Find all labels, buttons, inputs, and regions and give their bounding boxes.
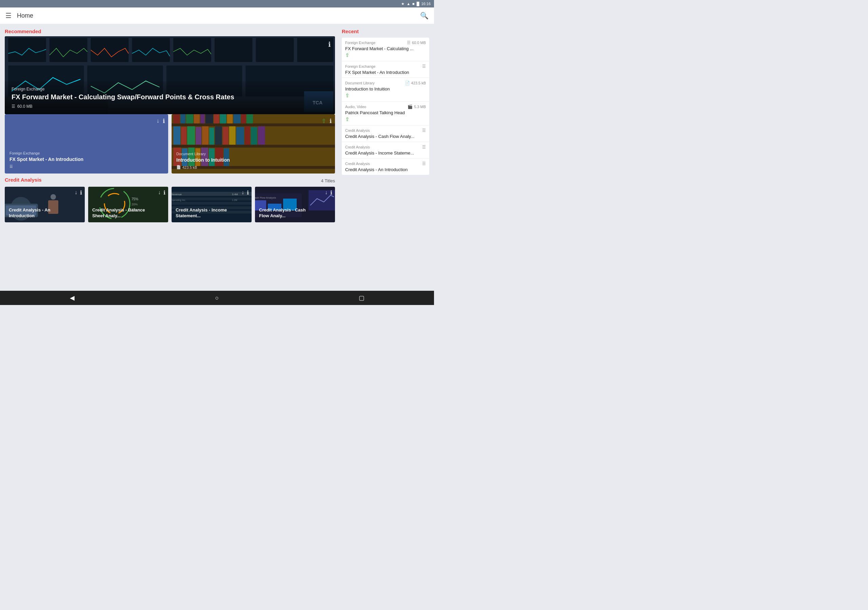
credit-card-income[interactable]: Revenue 3.4M Operating Inc. 1.2M ↓ ℹ Cre…	[172, 187, 251, 222]
hamburger-menu-icon[interactable]: ☰	[5, 11, 11, 20]
recent-item-2-download-icon: ⇧	[345, 93, 350, 98]
recent-item-3-category: Audio, Video	[345, 105, 366, 109]
recent-item-0-category: Foreign Exchange	[345, 41, 375, 45]
credit-balance-download-icon[interactable]: ↓	[158, 189, 161, 196]
credit-card-cashflow[interactable]: Cash Flow Analysis ↓ ℹ Credit Analysis -…	[255, 187, 335, 222]
recent-item-5-title: Credit Analysis - Income Stateme...	[345, 150, 426, 156]
back-button[interactable]: ◀	[65, 291, 79, 305]
svg-rect-69	[172, 202, 251, 205]
featured-card-size: 60.0 MB	[17, 104, 33, 109]
credit-balance-info-icon[interactable]: ℹ	[163, 189, 166, 196]
main-content: Recommended	[0, 24, 434, 291]
small-cards-row: ↓ ℹ Foreign Exchange FX Spot Market - An…	[5, 114, 335, 173]
right-panel: Recent Foreign Exchange ☰ 60.0 MB FX For…	[339, 24, 434, 291]
credit-intro-info-icon[interactable]: ℹ	[80, 189, 82, 196]
recent-apps-button[interactable]: ▢	[355, 291, 369, 305]
credit-card-intro[interactable]: ↓ ℹ Credit Analysis - AnIntroduction	[5, 187, 85, 222]
recent-item-1-meta: ☰	[422, 64, 426, 69]
recent-item-3[interactable]: Audio, Video 🎬 5.3 MB Patrick Pancoast T…	[342, 102, 429, 125]
recommended-title: Recommended	[5, 28, 335, 34]
svg-rect-5	[173, 38, 211, 62]
recent-item-1-title: FX Spot Market - An Introduction	[345, 70, 426, 75]
recent-item-1-meta-icon: ☰	[422, 64, 426, 69]
recent-item-3-header: Audio, Video 🎬 5.3 MB	[345, 104, 426, 109]
credit-card-balance[interactable]: 75% 20% 5% ↓ ℹ Credit Analysis - Balance…	[88, 187, 168, 222]
featured-card[interactable]: TCA ℹ Foreign Exchange FX Forward Market…	[5, 36, 335, 114]
credit-card-income-actions: ↓ ℹ	[242, 189, 249, 196]
credit-card-balance-actions: ↓ ℹ	[158, 189, 166, 196]
fx-spot-card-category: Foreign Exchange	[9, 151, 163, 155]
recent-item-6-category: Credit Analysis	[345, 162, 370, 166]
left-panel: Recommended	[0, 24, 339, 291]
intuition-card-category: Document Library	[176, 152, 330, 156]
recent-item-5-meta: ☰	[422, 145, 426, 149]
recent-item-5-meta-icon: ☰	[422, 145, 426, 149]
time-display: 16:16	[421, 2, 431, 6]
recent-item-5[interactable]: Credit Analysis ☰ Credit Analysis - Inco…	[342, 142, 429, 159]
recent-item-6[interactable]: Credit Analysis ☰ Credit Analysis - An I…	[342, 159, 429, 175]
svg-text:1.2M: 1.2M	[232, 199, 237, 201]
fx-spot-download-icon[interactable]: ↓	[157, 118, 160, 125]
recent-item-6-header: Credit Analysis ☰	[345, 161, 426, 166]
home-button[interactable]: ○	[210, 291, 224, 305]
fx-spot-card-content: Foreign Exchange FX Spot Market - An Int…	[5, 147, 168, 173]
intuition-card-status-icon[interactable]: ⇧	[321, 118, 326, 125]
featured-card-overlay: Foreign Exchange FX Forward Market - Cal…	[5, 81, 335, 114]
fx-spot-info-icon[interactable]: ℹ	[163, 118, 165, 125]
credit-cashflow-info-icon[interactable]: ℹ	[330, 189, 332, 196]
nav-title: Home	[17, 12, 415, 19]
recent-item-3-size: 5.3 MB	[414, 105, 426, 109]
credit-income-download-icon[interactable]: ↓	[242, 189, 244, 196]
credit-analysis-title: Credit Analysis	[5, 177, 42, 183]
featured-card-meta-icon: ☰	[11, 104, 15, 109]
svg-text:Operating Inc.: Operating Inc.	[172, 199, 186, 202]
wifi-icon: ▲	[406, 2, 410, 6]
recent-item-3-status: ⇧	[345, 116, 426, 122]
recent-item-1-category: Foreign Exchange	[345, 64, 375, 68]
titles-count: 4 Titles	[321, 178, 335, 183]
featured-card-meta: ☰ 60.0 MB	[11, 104, 328, 109]
search-button[interactable]: 🔍	[420, 11, 429, 20]
recent-item-1[interactable]: Foreign Exchange ☰ FX Spot Market - An I…	[342, 61, 429, 78]
bottom-nav: ◀ ○ ▢	[0, 291, 434, 305]
credit-income-info-icon[interactable]: ℹ	[247, 189, 249, 196]
recent-item-4[interactable]: Credit Analysis ☰ Credit Analysis - Cash…	[342, 125, 429, 142]
recent-item-0-status: ⇧	[345, 52, 426, 58]
recent-item-2-meta: 📄 423.5 kB	[405, 81, 426, 85]
fx-spot-card-actions: ↓ ℹ	[157, 118, 165, 125]
recent-item-2-size: 423.5 kB	[411, 81, 426, 85]
fx-spot-card[interactable]: ↓ ℹ Foreign Exchange FX Spot Market - An…	[5, 114, 168, 173]
recent-item-2-category: Document Library	[345, 81, 375, 85]
recommended-section: Recommended	[5, 28, 335, 173]
intuition-card-content: Document Library Introduction to Intuiti…	[172, 148, 335, 173]
credit-cashflow-download-icon[interactable]: ↓	[325, 189, 327, 196]
recent-item-4-header: Credit Analysis ☰	[345, 128, 426, 133]
recent-item-2-status: ⇧	[345, 93, 426, 99]
intuition-card-actions: ⇧ ℹ	[321, 118, 332, 125]
credit-intro-download-icon[interactable]: ↓	[74, 189, 77, 196]
svg-text:20%: 20%	[132, 203, 138, 206]
svg-rect-67	[172, 192, 251, 196]
recent-item-0-header: Foreign Exchange ☰ 60.0 MB	[345, 40, 426, 45]
recent-item-5-category: Credit Analysis	[345, 145, 370, 149]
recent-item-4-meta-icon: ☰	[422, 128, 426, 133]
recent-item-6-meta: ☰	[422, 161, 426, 166]
credit-intro-title: Credit Analysis - AnIntroduction	[9, 207, 81, 219]
svg-rect-3	[91, 38, 129, 62]
recent-item-0-size: 60.0 MB	[412, 41, 426, 45]
intuition-card-info-icon[interactable]: ℹ	[330, 118, 332, 125]
recent-item-1-header: Foreign Exchange ☰	[345, 64, 426, 69]
intuition-card[interactable]: ⇧ ℹ Document Library Introduction to Int…	[172, 114, 335, 173]
recent-item-2[interactable]: Document Library 📄 423.5 kB Introduction…	[342, 78, 429, 102]
recent-item-0-meta: ☰ 60.0 MB	[407, 40, 426, 45]
svg-text:Revenue: Revenue	[172, 193, 182, 196]
fx-spot-card-meta: ☰	[9, 164, 163, 169]
recent-item-6-meta-icon: ☰	[422, 161, 426, 166]
recent-item-0[interactable]: Foreign Exchange ☰ 60.0 MB FX Forward Ma…	[342, 38, 429, 61]
recent-item-0-title: FX Forward Market - Calculating ...	[345, 46, 426, 51]
featured-card-info-icon[interactable]: ℹ	[328, 40, 331, 48]
fx-spot-meta-icon: ☰	[9, 164, 13, 169]
recent-item-3-meta-icon: 🎬	[408, 104, 412, 109]
recent-item-2-header: Document Library 📄 423.5 kB	[345, 81, 426, 85]
intuition-card-meta-icon: 📄	[176, 165, 181, 169]
